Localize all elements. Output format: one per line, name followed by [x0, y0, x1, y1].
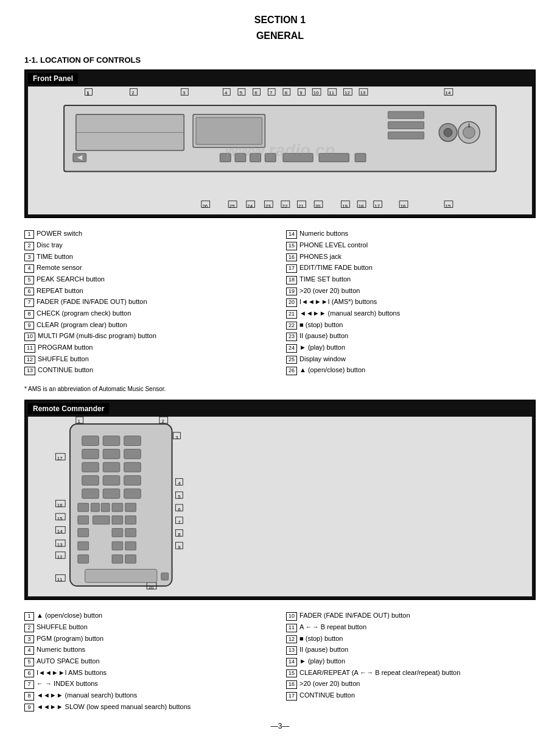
- svg-rect-95: [103, 476, 120, 485]
- svg-text:7: 7: [178, 520, 180, 525]
- svg-rect-137: [78, 555, 89, 563]
- remote-ctrl-left-0: 1▲ (open/close) button: [24, 610, 274, 621]
- svg-rect-90: [124, 449, 141, 459]
- svg-text:19: 19: [342, 203, 348, 209]
- remote-ctrl-left-3: 4Numeric buttons: [24, 644, 274, 655]
- svg-rect-110: [125, 503, 136, 512]
- svg-text:17: 17: [374, 203, 380, 209]
- svg-rect-91: [82, 462, 99, 472]
- front-panel-ctrl-left-0: 1POWER switch: [24, 228, 274, 239]
- section-heading: 1-1. LOCATION OF CONTROLS: [24, 55, 536, 65]
- svg-rect-144: [85, 570, 157, 583]
- remote-ctrl-left-6: 7← → INDEX buttons: [24, 678, 274, 690]
- svg-text:23: 23: [265, 203, 271, 209]
- svg-text:26: 26: [202, 203, 208, 209]
- svg-rect-145: [161, 573, 169, 581]
- svg-rect-109: [112, 503, 123, 512]
- front-panel-ctrl-left-12: 13CONTINUE button: [24, 364, 274, 376]
- front-panel-ctrl-right-3: 17EDIT/TIME FADE button: [286, 262, 536, 274]
- svg-rect-139: [125, 555, 136, 563]
- svg-rect-43: [388, 132, 424, 139]
- svg-rect-87: [124, 436, 141, 446]
- svg-rect-131: [112, 542, 123, 550]
- svg-rect-99: [124, 489, 141, 499]
- svg-rect-42: [388, 122, 424, 129]
- remote-ctrl-right-3: 13II (pause) button: [286, 644, 536, 655]
- front-panel-ctrl-left-11: 12SHUFFLE button: [24, 353, 274, 365]
- front-panel-diagram: www.radio.cn 1 1 2 3 4 5 6 7 8 9 10 11: [28, 87, 532, 214]
- svg-text:8: 8: [178, 532, 181, 537]
- svg-rect-33: [196, 118, 262, 144]
- svg-text:16: 16: [57, 503, 63, 508]
- svg-text:20: 20: [315, 203, 321, 209]
- svg-rect-108: [101, 503, 110, 512]
- front-panel-ctrl-right-6: 20I◄◄►►I (AMS*) buttons: [286, 296, 536, 308]
- front-panel-ctrl-left-5: 6REPEAT button: [24, 285, 274, 297]
- svg-rect-138: [112, 555, 123, 563]
- remote-commander-label: Remote Commander: [28, 403, 109, 414]
- svg-rect-115: [78, 516, 89, 524]
- svg-text:15: 15: [446, 203, 451, 209]
- svg-rect-116: [93, 516, 110, 524]
- svg-text:15: 15: [57, 516, 63, 521]
- remote-ctrl-left-1: 2SHUFFLE button: [24, 621, 274, 633]
- svg-text:6: 6: [178, 507, 181, 512]
- svg-rect-35: [235, 154, 246, 162]
- front-panel-ctrl-right-2: 16PHONES jack: [286, 251, 536, 263]
- remote-ctrl-right-8: [286, 701, 536, 713]
- front-panel-ctrl-right-10: 24► (play) button: [286, 342, 536, 353]
- remote-ctrl-left-2: 3PGM (program) button: [24, 633, 274, 644]
- svg-rect-94: [82, 476, 99, 485]
- front-panel-ctrl-right-12: 26▲ (open/close) button: [286, 364, 536, 376]
- front-panel-ctrl-left-9: 10MULTI PGM (multi-disc program) button: [24, 330, 274, 342]
- front-panel-ctrl-right-11: 25Display window: [286, 353, 536, 365]
- svg-text:12: 12: [57, 554, 63, 560]
- svg-rect-38: [283, 154, 313, 162]
- svg-text:14: 14: [57, 529, 63, 534]
- svg-point-47: [463, 127, 475, 139]
- svg-rect-124: [112, 529, 123, 537]
- remote-ctrl-left-7: 8◄◄►► (manual search) buttons: [24, 690, 274, 701]
- svg-rect-123: [78, 529, 89, 537]
- front-panel-ctrl-right-4: 18TIME SET button: [286, 274, 536, 285]
- svg-text:22: 22: [282, 203, 288, 209]
- svg-rect-96: [124, 476, 141, 485]
- front-panel-ctrl-left-4: 5PEAK SEARCH button: [24, 274, 274, 285]
- front-panel-ctrl-right-1: 15PHONE LEVEL control: [286, 239, 536, 251]
- remote-ctrl-right-7: 17CONTINUE button: [286, 690, 536, 701]
- front-panel-controls: 1POWER switch14Numeric buttons2Disc tray…: [24, 228, 536, 376]
- svg-text:17: 17: [57, 456, 63, 461]
- remote-ctrl-left-5: 6I◄◄►►I AMS buttons: [24, 667, 274, 679]
- svg-rect-117: [112, 516, 123, 524]
- remote-ctrl-right-4: 14► (play) button: [286, 655, 536, 667]
- remote-svg: 1 2 3 17: [28, 417, 532, 596]
- front-panel-ctrl-left-2: 3TIME button: [24, 251, 274, 263]
- front-panel-note: * AMS is an abbreviation of Automatic Mu…: [24, 386, 536, 392]
- svg-text:21: 21: [298, 203, 304, 209]
- svg-text:1: 1: [86, 91, 89, 96]
- front-panel-ctrl-left-6: 7FADER (FADE IN/FADE OUT) button: [24, 296, 274, 308]
- svg-rect-130: [78, 542, 89, 550]
- remote-ctrl-left-8: 9◄◄►► SLOW (low speed manual search) but…: [24, 701, 274, 713]
- svg-rect-89: [103, 449, 120, 459]
- svg-text:3: 3: [175, 435, 178, 440]
- remote-diagram: 1 2 3 17: [28, 417, 532, 596]
- svg-rect-97: [82, 489, 99, 499]
- front-panel-box: Front Panel www.radio.cn 1 1 2 3 4 5 6 7…: [24, 69, 536, 218]
- svg-rect-86: [103, 436, 120, 446]
- svg-text:25: 25: [229, 203, 235, 209]
- svg-rect-98: [103, 489, 120, 499]
- remote-commander-box: Remote Commander 1 2 3 17: [24, 400, 536, 600]
- svg-rect-85: [82, 436, 99, 446]
- svg-text:18: 18: [359, 203, 364, 209]
- page-number: —3—: [24, 722, 536, 730]
- svg-rect-132: [125, 542, 136, 550]
- front-panel-ctrl-right-8: 22■ (stop) button: [286, 319, 536, 331]
- svg-rect-37: [265, 154, 276, 162]
- remote-ctrl-left-4: 5AUTO SPACE button: [24, 655, 274, 667]
- svg-rect-36: [250, 154, 261, 162]
- svg-text:9: 9: [178, 545, 180, 550]
- svg-text:4: 4: [178, 481, 181, 487]
- svg-rect-41: [388, 111, 424, 119]
- svg-text:24: 24: [247, 203, 253, 209]
